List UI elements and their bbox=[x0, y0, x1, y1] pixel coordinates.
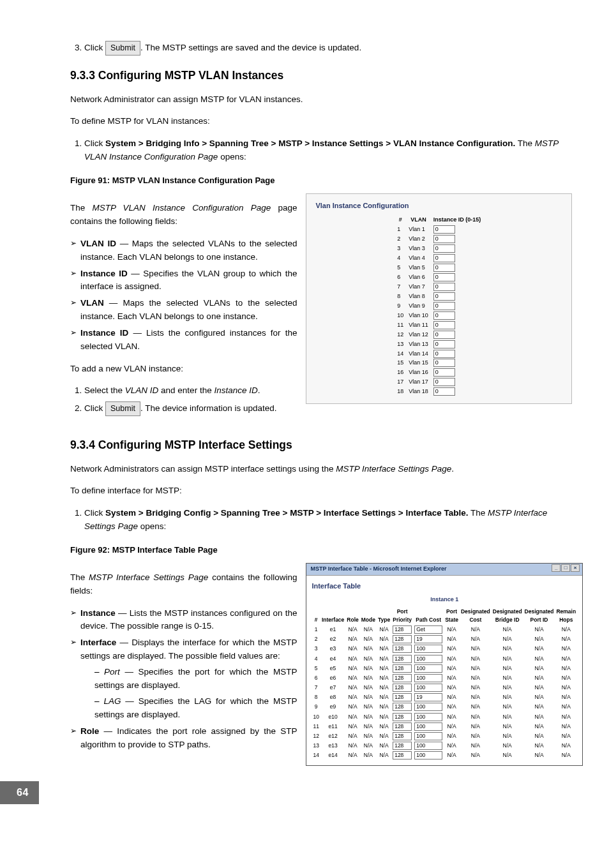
port-priority-input[interactable]: 128 bbox=[393, 684, 412, 692]
instance-id-input[interactable]: 0 bbox=[433, 359, 455, 367]
table-row: 7e7N/AN/AN/A128100N/AN/AN/AN/AN/A bbox=[312, 683, 577, 692]
port-priority-input[interactable]: 128 bbox=[393, 703, 412, 711]
table-row: 8e8N/AN/AN/A12819N/AN/AN/AN/AN/A bbox=[312, 692, 577, 702]
nav-path-933: System > Bridging Info > Spanning Tree >… bbox=[105, 138, 515, 148]
path-cost-input[interactable]: 19 bbox=[414, 635, 442, 643]
table-row: 14Vlan 140 bbox=[395, 349, 483, 359]
instance-id-input[interactable]: 0 bbox=[433, 283, 455, 291]
figure-92-caption: Figure 92: MSTP Interface Table Page bbox=[70, 544, 572, 557]
port-priority-input[interactable]: 128 bbox=[393, 655, 412, 663]
port-priority-input[interactable]: 128 bbox=[393, 664, 412, 673]
path-cost-input[interactable]: 100 bbox=[414, 664, 442, 673]
submit-button[interactable]: Submit bbox=[105, 401, 140, 416]
table-row: 11Vlan 110 bbox=[395, 320, 483, 330]
panel2-title: Interface Table bbox=[312, 581, 577, 592]
field-vlan: VLAN — Maps the selected VLANs to the se… bbox=[70, 297, 297, 324]
instance-id-input[interactable]: 0 bbox=[433, 368, 455, 377]
instance-id-input[interactable]: 0 bbox=[433, 292, 455, 301]
table-row: 4Vlan 40 bbox=[395, 254, 483, 264]
page-number: 64 bbox=[0, 781, 39, 805]
instance-id-input[interactable]: 0 bbox=[433, 378, 455, 386]
table-row: 10e10N/AN/AN/A128100N/AN/AN/AN/AN/A bbox=[312, 712, 577, 722]
port-priority-input[interactable]: 128 bbox=[393, 645, 412, 653]
port-priority-input[interactable]: 128 bbox=[393, 713, 412, 721]
maximize-icon[interactable]: □ bbox=[561, 564, 570, 572]
table-row: 2e2N/AN/AN/A12819N/AN/AN/AN/AN/A bbox=[312, 634, 577, 644]
port-priority-input[interactable]: 128 bbox=[393, 742, 412, 750]
table-row: 1Vlan 10 bbox=[395, 225, 483, 235]
table-row: 14e14N/AN/AN/A128100N/AN/AN/AN/AN/A bbox=[312, 751, 577, 760]
table-row: 13Vlan 130 bbox=[395, 340, 483, 349]
instance-id-input[interactable]: 0 bbox=[433, 225, 455, 234]
nav-path-934: System > Bridging Config > Spanning Tree… bbox=[105, 508, 469, 518]
field-instance-id-1: Instance ID — Specifies the VLAN group t… bbox=[70, 267, 297, 294]
table-row: 18Vlan 180 bbox=[395, 387, 483, 397]
port-priority-input[interactable]: 128 bbox=[393, 722, 412, 731]
field-interface: Interface — Displays the interface for w… bbox=[70, 636, 297, 722]
field-vlan-id: VLAN ID — Maps the selected VLANs to the… bbox=[70, 237, 297, 264]
port-priority-input[interactable]: 128 bbox=[393, 635, 412, 643]
path-cost-input[interactable]: 100 bbox=[414, 684, 442, 692]
table-row: 4e4N/AN/AN/A128100N/AN/AN/AN/AN/A bbox=[312, 654, 577, 664]
submit-button[interactable]: Submit bbox=[105, 41, 140, 56]
instance-id-input[interactable]: 0 bbox=[433, 235, 455, 243]
instance-id-input[interactable]: 0 bbox=[433, 331, 455, 339]
table-row: 6Vlan 60 bbox=[395, 273, 483, 283]
minimize-icon[interactable]: _ bbox=[552, 564, 560, 572]
vlan-instance-config-panel: Vlan Instance Configuration # VLAN Insta… bbox=[306, 193, 572, 404]
path-cost-input[interactable]: 100 bbox=[414, 674, 442, 682]
add-intro: To add a new VLAN instance: bbox=[70, 363, 297, 376]
path-cost-input[interactable]: 100 bbox=[414, 645, 442, 653]
path-cost-input[interactable]: 100 bbox=[414, 732, 442, 740]
path-cost-input[interactable]: 100 bbox=[414, 722, 442, 731]
instance-id-input[interactable]: 0 bbox=[433, 244, 455, 253]
col-num: # bbox=[395, 215, 406, 225]
path-cost-input[interactable]: 19 bbox=[414, 693, 442, 701]
path-cost-input[interactable]: 100 bbox=[414, 655, 442, 663]
instance-id-input[interactable]: 0 bbox=[433, 321, 455, 329]
close-icon[interactable]: × bbox=[571, 564, 580, 572]
table-row: 15Vlan 150 bbox=[395, 359, 483, 368]
instance-id-input[interactable]: 0 bbox=[433, 273, 455, 281]
instance-id-input[interactable]: 0 bbox=[433, 264, 455, 272]
instance-id-input[interactable]: 0 bbox=[433, 302, 455, 310]
port-priority-input[interactable]: 128 bbox=[393, 751, 412, 760]
step3-post: . The MSTP settings are saved and the de… bbox=[140, 43, 361, 52]
s933-step1: Click System > Bridging Info > Spanning … bbox=[84, 137, 572, 164]
table-row: 9Vlan 90 bbox=[395, 301, 483, 311]
table-row: 7Vlan 70 bbox=[395, 282, 483, 292]
sub-port: – Port — Specifies the port for which th… bbox=[94, 666, 297, 692]
table-row: 17Vlan 170 bbox=[395, 378, 483, 387]
instance-id-input[interactable]: 0 bbox=[433, 254, 455, 262]
table-row: 1e1N/AN/AN/A128GetN/AN/AN/AN/AN/A bbox=[312, 625, 577, 634]
port-priority-input[interactable]: 128 bbox=[393, 625, 412, 634]
window-title: MSTP Interface Table - Microsoft Interne… bbox=[310, 565, 446, 572]
instance-id-input[interactable]: 0 bbox=[433, 311, 455, 320]
interface-table-window: MSTP Interface Table - Microsoft Interne… bbox=[306, 563, 583, 767]
window-titlebar: MSTP Interface Table - Microsoft Interne… bbox=[306, 564, 582, 576]
path-cost-input[interactable]: 100 bbox=[414, 742, 442, 750]
port-priority-input[interactable]: 128 bbox=[393, 732, 412, 740]
path-cost-input[interactable]: 100 bbox=[414, 751, 442, 760]
table-row: 6e6N/AN/AN/A128100N/AN/AN/AN/AN/A bbox=[312, 673, 577, 683]
path-cost-input[interactable]: Get bbox=[414, 625, 442, 634]
table-row: 16Vlan 160 bbox=[395, 368, 483, 378]
table-row: 10Vlan 100 bbox=[395, 311, 483, 320]
instance-id-input[interactable]: 0 bbox=[433, 340, 455, 348]
port-priority-input[interactable]: 128 bbox=[393, 693, 412, 701]
s934-p1: Network Administrators can assign MSTP i… bbox=[70, 463, 572, 476]
path-cost-input[interactable]: 100 bbox=[414, 703, 442, 711]
instance-id-input[interactable]: 0 bbox=[433, 387, 455, 396]
heading-934: 9.3.4 Configuring MSTP Interface Setting… bbox=[70, 437, 572, 454]
s934-p2: To define interface for MSTP: bbox=[70, 484, 572, 498]
s934-intro: The MSTP Interface Settings Page contain… bbox=[70, 571, 297, 598]
table-row: 9e9N/AN/AN/A128100N/AN/AN/AN/AN/A bbox=[312, 702, 577, 712]
port-priority-input[interactable]: 128 bbox=[393, 674, 412, 682]
path-cost-input[interactable]: 100 bbox=[414, 713, 442, 721]
table-row: 5Vlan 50 bbox=[395, 264, 483, 273]
instance-id-input[interactable]: 0 bbox=[433, 350, 455, 358]
col-vlan: VLAN bbox=[406, 215, 431, 225]
add-step1: Select the VLAN ID and enter the Instanc… bbox=[84, 384, 297, 398]
heading-933: 9.3.3 Configuring MSTP VLAN Instances bbox=[70, 67, 572, 84]
s933-p2: To define MSTP for VLAN instances: bbox=[70, 115, 572, 128]
